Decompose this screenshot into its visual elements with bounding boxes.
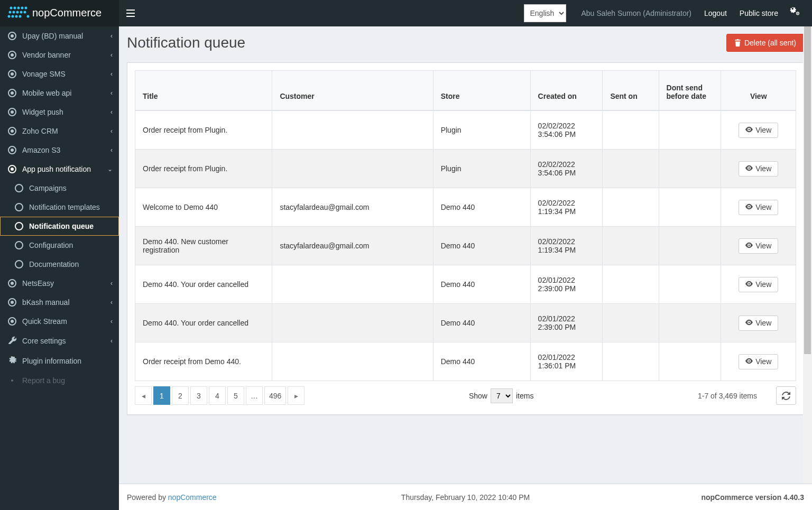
svg-rect-18 <box>126 16 135 17</box>
delete-all-sent-button[interactable]: Delete (all sent) <box>726 34 804 52</box>
cell-title: Order receipt from Demo 440. <box>135 342 272 381</box>
sidebar-item-label: Quick Stream <box>22 317 67 326</box>
cell-view: View <box>721 227 796 265</box>
view-button[interactable]: View <box>739 123 778 138</box>
sidebar-item-label: Report a bug <box>22 376 65 385</box>
page-4[interactable]: 4 <box>209 386 226 405</box>
cell-customer <box>272 342 433 381</box>
chevron-down-icon: ⌄ <box>107 165 113 173</box>
sidebar-item-report-a-bug[interactable]: •Report a bug <box>0 371 119 390</box>
sidebar-subitem-campaigns[interactable]: Campaigns <box>0 179 119 198</box>
nopcommerce-link[interactable]: nopCommerce <box>168 493 217 502</box>
view-label: View <box>755 357 771 366</box>
cell-store: Demo 440 <box>433 227 530 265</box>
page-next[interactable]: ▸ <box>288 386 304 405</box>
svg-point-14 <box>26 15 29 18</box>
cell-store: Demo 440 <box>433 188 530 227</box>
page-496[interactable]: 496 <box>264 386 286 405</box>
logout-link[interactable]: Logout <box>698 0 733 26</box>
sidebar-item-mobile-web-api[interactable]: Mobile web api‹ <box>0 84 119 103</box>
sidebar-item-zoho-crm[interactable]: Zoho CRM‹ <box>0 122 119 141</box>
sidebar-item-netseasy[interactable]: NetsEasy‹ <box>0 274 119 293</box>
column-header[interactable]: Title <box>135 71 272 111</box>
sidebar-subitem-documentation[interactable]: Documentation <box>0 255 119 274</box>
sidebar-item-core-settings[interactable]: Core settings‹ <box>0 331 119 351</box>
sidebar-subitem-configuration[interactable]: Configuration <box>0 236 119 255</box>
sidebar-item-quick-stream[interactable]: Quick Stream‹ <box>0 312 119 331</box>
svg-point-11 <box>11 15 14 18</box>
main-sidebar: Upay (BD) manual‹Vendor banner‹Vonage SM… <box>0 26 119 510</box>
view-button[interactable]: View <box>739 316 778 331</box>
cell-sent <box>603 304 659 342</box>
cell-sent <box>603 227 659 265</box>
cell-title: Demo 440. New customer registration <box>135 227 272 265</box>
svg-rect-16 <box>126 10 135 11</box>
sidebar-toggle-button[interactable] <box>119 0 142 26</box>
svg-point-24 <box>749 244 750 246</box>
scrollbar[interactable] <box>803 26 812 484</box>
svg-point-20 <box>797 13 798 14</box>
cell-view: View <box>721 342 796 381</box>
public-store-link[interactable]: Public store <box>733 0 785 26</box>
page-2[interactable]: 2 <box>172 386 189 405</box>
cell-customer: stacyfalardeau@gmail.com <box>272 188 433 227</box>
chevron-left-icon: ‹ <box>110 108 113 116</box>
cell-customer: stacyfalardeau@gmail.com <box>272 227 433 265</box>
table-row: Order receipt from Plugin. Plugin 02/02/… <box>135 110 796 150</box>
page-title: Notification queue <box>127 34 245 51</box>
brand-logo[interactable]: nopCommerce <box>0 0 119 26</box>
column-header[interactable]: Sent on <box>603 71 659 111</box>
eye-icon <box>745 126 753 135</box>
sidebar-item-label: Amazon S3 <box>22 146 60 154</box>
page-5[interactable]: 5 <box>227 386 244 405</box>
page-ellipsis: … <box>246 386 263 405</box>
sidebar-subitem-notification-templates[interactable]: Notification templates <box>0 198 119 217</box>
column-header[interactable]: Dont send before date <box>659 71 721 111</box>
sidebar-item-app-push-notification[interactable]: App push notification⌄ <box>0 160 119 179</box>
column-header[interactable]: Store <box>433 71 530 111</box>
language-select[interactable]: English <box>524 4 566 22</box>
eye-icon <box>745 280 753 289</box>
table-row: Demo 440. Your order cancelled Demo 440 … <box>135 265 796 304</box>
sidebar-item-label: App push notification <box>22 165 91 173</box>
svg-point-5 <box>8 11 11 14</box>
view-button[interactable]: View <box>739 277 778 292</box>
cell-created: 02/01/20222:39:00 PM <box>530 265 603 304</box>
sidebar-item-upay-bd-manual[interactable]: Upay (BD) manual‹ <box>0 26 119 45</box>
column-header[interactable]: Created on <box>530 71 603 111</box>
view-label: View <box>755 242 771 250</box>
sidebar-item-plugin-information[interactable]: Plugin information <box>0 351 119 371</box>
sidebar-item-bkash-manual[interactable]: bKash manual‹ <box>0 293 119 312</box>
page-prev[interactable]: ◂ <box>135 386 152 405</box>
svg-point-1 <box>13 7 16 10</box>
column-header[interactable]: View <box>721 71 796 111</box>
sidebar-item-amazon-s3[interactable]: Amazon S3‹ <box>0 141 119 160</box>
page-3[interactable]: 3 <box>190 386 207 405</box>
chevron-left-icon: ‹ <box>110 337 113 345</box>
sidebar-item-label: NetsEasy <box>22 279 54 288</box>
chevron-left-icon: ‹ <box>110 51 113 59</box>
view-button[interactable]: View <box>739 161 778 177</box>
cell-view: View <box>721 265 796 304</box>
settings-gears-icon[interactable] <box>785 0 806 26</box>
powered-by: Powered by nopCommerce <box>127 493 217 502</box>
items-label: items <box>516 392 533 400</box>
page-1[interactable]: 1 <box>153 386 170 405</box>
sidebar-item-widget-push[interactable]: Widget push‹ <box>0 103 119 122</box>
trash-icon <box>734 39 741 47</box>
page-size-select[interactable]: 7 <box>491 388 513 403</box>
refresh-button[interactable] <box>776 386 796 405</box>
chevron-left-icon: ‹ <box>110 280 113 287</box>
sidebar-item-vendor-banner[interactable]: Vendor banner‹ <box>0 45 119 64</box>
svg-point-7 <box>16 11 19 14</box>
sidebar-item-label: Vonage SMS <box>22 70 66 78</box>
cell-title: Welcome to Demo 440 <box>135 188 272 227</box>
sidebar-subitem-notification-queue[interactable]: Notification queue <box>0 217 119 236</box>
view-button[interactable]: View <box>739 238 778 254</box>
view-button[interactable]: View <box>739 354 778 369</box>
view-button[interactable]: View <box>739 200 778 215</box>
sidebar-item-label: Plugin information <box>22 357 81 365</box>
sidebar-item-vonage-sms[interactable]: Vonage SMS‹ <box>0 64 119 84</box>
cell-store: Plugin <box>433 110 530 150</box>
column-header[interactable]: Customer <box>272 71 433 111</box>
